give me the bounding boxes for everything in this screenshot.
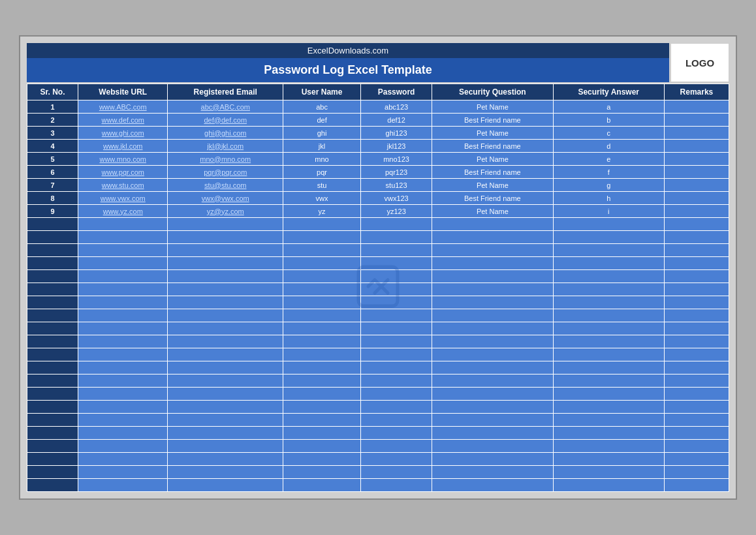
cell-sr-empty — [27, 257, 78, 270]
cell-sr-empty — [27, 231, 78, 244]
cell-remarks — [664, 192, 729, 205]
table-container: Sr. No. Website URL Registered Email Use… — [27, 84, 729, 492]
cell-security-a-empty — [553, 322, 664, 335]
cell-remarks — [664, 179, 729, 192]
table-row: 7 www.stu.com stu@stu.com stu stu123 Pet… — [27, 179, 729, 192]
cell-sr: 5 — [27, 153, 78, 166]
empty-row — [27, 257, 729, 270]
cell-username-empty — [283, 296, 361, 309]
cell-url: www.vwx.com — [78, 192, 168, 205]
cell-remarks-empty — [664, 322, 729, 335]
cell-url: www.ABC.com — [78, 100, 168, 114]
cell-security-q: Best Friend name — [432, 140, 553, 153]
cell-username-empty — [283, 283, 361, 296]
cell-password-empty — [361, 361, 432, 374]
cell-username: jkl — [283, 140, 361, 153]
cell-security-q: Pet Name — [432, 100, 553, 114]
cell-password-empty — [361, 270, 432, 283]
cell-username-empty — [283, 388, 361, 401]
cell-remarks — [664, 127, 729, 140]
cell-security-a-empty — [553, 479, 664, 492]
cell-security-q-empty — [432, 348, 553, 361]
cell-sr-empty — [27, 296, 78, 309]
cell-username: mno — [283, 153, 361, 166]
cell-remarks-empty — [664, 401, 729, 414]
cell-password-empty — [361, 440, 432, 453]
empty-row — [27, 361, 729, 374]
cell-email: jkl@jkl.com — [168, 140, 283, 153]
cell-email-empty — [168, 374, 283, 388]
cell-password-empty — [361, 309, 432, 322]
table-row: 8 www.vwx.com vwx@vwx.com vwx vwx123 Bes… — [27, 192, 729, 205]
col-website-url: Website URL — [78, 84, 168, 100]
cell-password-empty — [361, 479, 432, 492]
cell-url-empty — [78, 257, 168, 270]
cell-remarks-empty — [664, 440, 729, 453]
empty-row — [27, 479, 729, 492]
cell-username-empty — [283, 257, 361, 270]
cell-security-a: i — [553, 205, 664, 218]
cell-password-empty — [361, 466, 432, 479]
cell-email-empty — [168, 218, 283, 231]
cell-password-empty — [361, 453, 432, 466]
col-remarks: Remarks — [664, 84, 729, 100]
cell-security-a-empty — [553, 427, 664, 440]
site-name: ExcelDownloads.com — [307, 43, 388, 58]
cell-security-a: f — [553, 166, 664, 179]
cell-email-empty — [168, 440, 283, 453]
cell-url-empty — [78, 453, 168, 466]
cell-email: pqr@pqr.com — [168, 166, 283, 179]
cell-security-q-empty — [432, 257, 553, 270]
cell-security-q: Pet Name — [432, 179, 553, 192]
cell-sr-empty — [27, 388, 78, 401]
cell-email-empty — [168, 361, 283, 374]
cell-email-empty — [168, 414, 283, 427]
empty-row — [27, 283, 729, 296]
cell-sr: 8 — [27, 192, 78, 205]
cell-security-q-empty — [432, 440, 553, 453]
cell-url: www.jkl.com — [78, 140, 168, 153]
cell-security-a-empty — [553, 309, 664, 322]
cell-email-empty — [168, 466, 283, 479]
cell-email: vwx@vwx.com — [168, 192, 283, 205]
template-title: Password Log Excel Template — [27, 58, 669, 82]
cell-security-q-empty — [432, 335, 553, 348]
col-security-question: Security Question — [432, 84, 553, 100]
cell-sr-empty — [27, 361, 78, 374]
cell-remarks-empty — [664, 479, 729, 492]
cell-remarks-empty — [664, 283, 729, 296]
cell-username-empty — [283, 361, 361, 374]
cell-password-empty — [361, 231, 432, 244]
cell-url: www.stu.com — [78, 179, 168, 192]
cell-security-a-empty — [553, 244, 664, 257]
cell-security-q-empty — [432, 361, 553, 374]
cell-username-empty — [283, 427, 361, 440]
cell-username: vwx — [283, 192, 361, 205]
cell-email-empty — [168, 388, 283, 401]
empty-row — [27, 231, 729, 244]
cell-sr-empty — [27, 322, 78, 335]
cell-password: mno123 — [361, 153, 432, 166]
empty-row — [27, 427, 729, 440]
empty-row — [27, 414, 729, 427]
cell-email-empty — [168, 335, 283, 348]
cell-url-empty — [78, 361, 168, 374]
cell-security-q-empty — [432, 296, 553, 309]
cell-username-empty — [283, 401, 361, 414]
cell-email-empty — [168, 231, 283, 244]
cell-password-empty — [361, 335, 432, 348]
cell-email-empty — [168, 257, 283, 270]
table-row: 2 www.def.com def@def.com def def12 Best… — [27, 114, 729, 127]
cell-password: def12 — [361, 114, 432, 127]
cell-sr-empty — [27, 218, 78, 231]
cell-sr-empty — [27, 283, 78, 296]
cell-remarks-empty — [664, 348, 729, 361]
cell-password-empty — [361, 296, 432, 309]
cell-password-empty — [361, 283, 432, 296]
cell-security-q-empty — [432, 453, 553, 466]
cell-remarks-empty — [664, 296, 729, 309]
empty-row — [27, 322, 729, 335]
cell-username-empty — [283, 466, 361, 479]
empty-row — [27, 466, 729, 479]
cell-sr-empty — [27, 466, 78, 479]
